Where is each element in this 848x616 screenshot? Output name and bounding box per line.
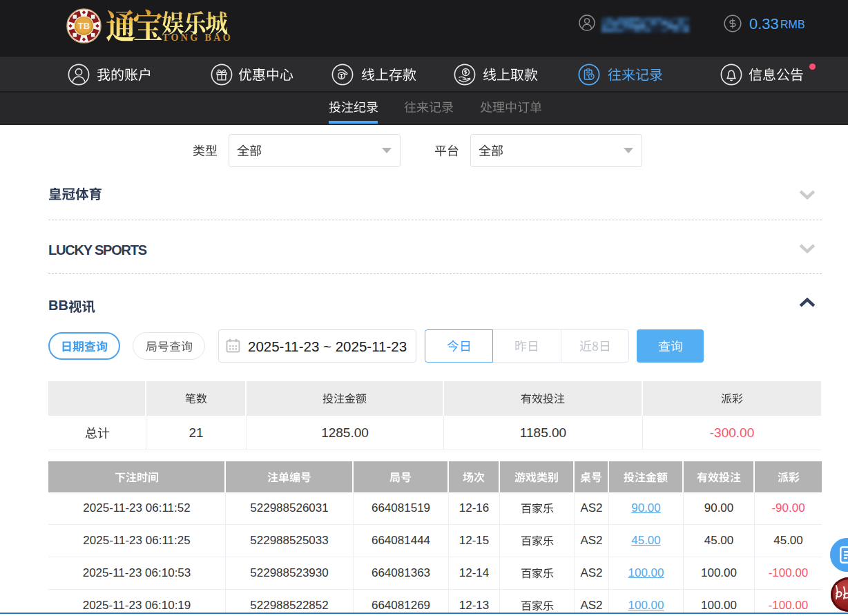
svg-text:TB: TB	[78, 21, 90, 31]
